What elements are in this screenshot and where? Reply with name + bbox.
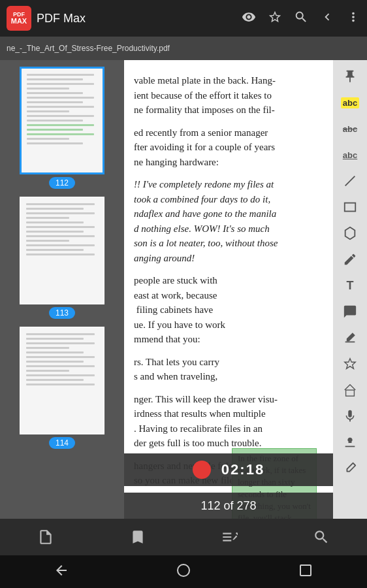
comment-tool-button[interactable]	[336, 299, 364, 324]
text-underline-tool-button[interactable]: abc	[336, 142, 364, 167]
pen-fancy-tool-button[interactable]	[336, 456, 364, 481]
text-highlight-label: abc	[341, 97, 359, 108]
thumb-line	[26, 374, 95, 376]
eraser-tool-button[interactable]	[336, 325, 364, 350]
thumb-line	[27, 92, 83, 94]
thumb-line	[26, 249, 84, 251]
rectangle-tool-button[interactable]	[336, 195, 364, 220]
search-icon-button[interactable]	[313, 529, 330, 546]
system-nav-bar	[0, 555, 367, 588]
thumb-line	[27, 74, 94, 76]
thumb-line	[27, 142, 83, 144]
app-logo: PDF MAX	[7, 6, 31, 31]
thumb-line	[26, 253, 95, 255]
main-content: 112	[0, 60, 367, 519]
svg-marker-3	[345, 359, 356, 369]
thumb-wrapper-114	[20, 327, 104, 434]
text-insert-label: T	[347, 279, 354, 293]
pdf-paragraph: nger. This will keep the drawer visu-ird…	[134, 392, 323, 451]
thumb-line	[27, 88, 69, 90]
svg-point-5	[178, 564, 189, 576]
thumb-line	[26, 356, 95, 358]
arrow-shape-tool-button[interactable]	[336, 378, 364, 402]
pdf-paragraph: ed recently from a senior managerfter av…	[134, 125, 323, 170]
pdf-paragraph: rs. That lets you carrys and when travel…	[134, 355, 323, 384]
pencil-tool-button[interactable]	[336, 247, 364, 272]
thumb-line	[27, 101, 83, 103]
back-system-button[interactable]	[54, 563, 69, 581]
pdf-page: vable metal plate in the back. Hang-ient…	[124, 60, 333, 519]
thumb-line	[27, 83, 94, 85]
file-icon-button[interactable]	[37, 529, 54, 546]
microphone-tool-button[interactable]	[336, 404, 364, 429]
polygon-tool-button[interactable]	[336, 221, 364, 246]
text-highlight-tool-button[interactable]: abc	[336, 90, 364, 115]
star-icon[interactable]	[268, 10, 282, 27]
thumb-lines	[21, 328, 103, 393]
thumbnail-page-112[interactable]: 112	[20, 67, 104, 189]
thumbnail-page-113[interactable]: 113	[20, 197, 104, 319]
top-icons	[242, 10, 360, 27]
thumb-wrapper-112	[20, 67, 104, 174]
page-counter-text: 112 of 278	[200, 499, 256, 513]
thumb-line	[26, 217, 69, 219]
more-icon[interactable]	[346, 10, 360, 27]
thumb-line	[26, 338, 84, 340]
thumb-line	[26, 361, 84, 363]
page-badge-113: 113	[49, 307, 75, 319]
page-badge-114: 114	[49, 437, 75, 449]
right-toolbar: abc abc abc T	[333, 60, 367, 519]
draw-line-tool-button[interactable]	[336, 169, 364, 193]
thumb-line	[26, 379, 84, 381]
text-strikethrough-label: abc	[343, 124, 357, 134]
visibility-icon[interactable]	[242, 10, 256, 27]
pin-tool-button[interactable]	[336, 64, 364, 89]
recording-bar: 02:18	[124, 453, 333, 486]
svg-rect-1	[345, 203, 356, 212]
app-title: PDF Max	[37, 12, 242, 25]
thumb-line	[27, 97, 94, 99]
thumb-page-114	[21, 328, 103, 433]
pdf-paragraph: people are stuck witheast at work, becau…	[134, 273, 323, 347]
back-icon[interactable]	[320, 10, 334, 27]
logo-max-text: MAX	[11, 18, 27, 25]
thumb-line	[26, 235, 95, 237]
thumb-line	[27, 129, 83, 131]
text-insert-tool-button[interactable]: T	[336, 273, 364, 298]
pdf-text: vable metal plate in the back. Hang-ient…	[134, 73, 323, 488]
text-strikethrough-tool-button[interactable]: abc	[336, 116, 364, 141]
recording-dot[interactable]	[193, 461, 211, 479]
thumb-line	[27, 110, 69, 112]
svg-rect-6	[300, 565, 311, 576]
thumb-lines	[22, 69, 103, 152]
thumb-line	[27, 106, 94, 108]
svg-marker-2	[345, 227, 355, 239]
thumb-line	[26, 231, 84, 233]
bookmark-icon-button[interactable]	[129, 529, 146, 546]
star-shape-tool-button[interactable]	[336, 351, 364, 376]
page-badge-112: 112	[49, 177, 75, 189]
thumb-line	[26, 384, 95, 385]
filename-bar: ne_-_The_Art_Of_Stress-Free_Productivity…	[0, 37, 367, 60]
search-icon[interactable]	[294, 10, 308, 27]
thumb-line	[26, 351, 84, 353]
home-system-button[interactable]	[176, 563, 191, 581]
thumb-line	[26, 365, 95, 367]
notes-icon-button[interactable]	[221, 529, 238, 546]
svg-line-0	[345, 176, 355, 186]
thumb-line	[26, 212, 95, 214]
thumb-page-112	[22, 69, 103, 172]
thumb-line	[26, 342, 95, 344]
thumb-line	[26, 347, 69, 349]
thumb-line	[27, 133, 94, 135]
thumbnail-page-114[interactable]: 114	[20, 327, 104, 449]
stamp-tool-button[interactable]	[336, 430, 364, 455]
thumb-line	[26, 333, 95, 335]
svg-rect-4	[346, 390, 355, 396]
pdf-content-area: ✏ vable metal plate in the back. Hang-ie…	[124, 60, 333, 519]
thumb-line	[27, 124, 94, 126]
thumb-line	[27, 138, 69, 140]
bottom-app-bar	[0, 519, 367, 555]
recording-time: 02:18	[221, 461, 264, 478]
recents-system-button[interactable]	[298, 563, 313, 581]
